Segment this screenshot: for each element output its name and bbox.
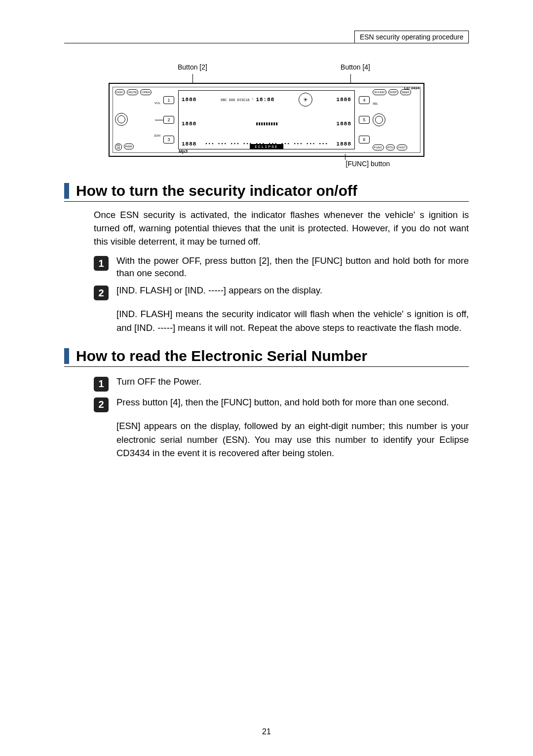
section-2-step-2: 2 Press button [4], then the [FUNC] butt… (94, 396, 469, 412)
disp-button: DISP (388, 89, 398, 95)
step-text: With the power OFF, press button [2], th… (116, 255, 469, 280)
section-1-header: How to turn the security indicator on/of… (64, 182, 469, 202)
radio-diagram: Button [2] Button [4] CD 3434 DISC MUTE … (109, 63, 424, 168)
open-button: OPEN (140, 89, 152, 95)
callout-button-4: Button [4] (341, 63, 370, 71)
func-button: FUNC (373, 144, 384, 150)
section-1-intro: Once ESN security is activated, the indi… (94, 209, 469, 248)
section-2-header: How to read the Electronic Serial Number (64, 348, 469, 367)
preset-1: 1 (163, 96, 174, 104)
sound-button: SOUND (373, 89, 386, 95)
mp3-label: Mp3 (179, 149, 188, 154)
left-knob (115, 113, 128, 126)
disc-button: DISC (115, 89, 125, 95)
esn-label: ESN (115, 134, 160, 137)
section-2-note: [ESN] appears on the display, followed b… (116, 419, 469, 460)
lcd-seg-3b: 1888 (337, 141, 351, 147)
step-badge: 1 (94, 256, 109, 271)
preset-6: 6 (359, 136, 370, 144)
lcd-seg-3a: 1888 (182, 141, 196, 147)
brand-label: ECLIPSE (250, 144, 283, 149)
section-1-step-1: 1 With the power OFF, press button [2], … (94, 255, 469, 280)
section-2-step-1: 1 Turn OFF the Power. (94, 376, 469, 392)
step-badge: 2 (94, 397, 109, 412)
section-1-note: [IND. FLASH] means the security indicato… (116, 307, 469, 335)
step-text: Turn OFF the Power. (116, 376, 469, 388)
step-badge: 1 (94, 377, 109, 392)
seek-button: SEEK (400, 89, 411, 95)
lcd-seg-1b: 1888 (337, 97, 351, 103)
callout-button-2: Button [2] (178, 63, 207, 71)
section-1-title: How to turn the security indicator on/of… (76, 182, 357, 199)
fm-am-button: FMAM (115, 144, 122, 150)
fast-button: FAST (397, 144, 407, 150)
vol-label: VOL (115, 102, 160, 105)
preset-2: 2 (163, 116, 174, 124)
section-1-step-2: 2 [IND. FLASH] or [IND. -----] appears o… (94, 285, 469, 300)
preset-4: 4 (359, 96, 370, 104)
section-bar-icon (64, 348, 69, 364)
preset-5: 5 (359, 116, 370, 124)
lcd-seg-2b: 1888 (337, 121, 351, 127)
callout-func: [FUNC] button (346, 160, 390, 168)
page-number: 21 (0, 727, 533, 736)
breadcrumb: ESN security operating procedure (354, 31, 469, 43)
section-bar-icon (64, 183, 69, 199)
step-badge: 2 (94, 286, 109, 300)
step-text: Press button [4], then the [FUNC] button… (116, 396, 469, 409)
sun-icon: ☀ (299, 93, 312, 107)
mute-button: MUTE (127, 89, 138, 95)
preset-3: 3 (163, 136, 174, 144)
right-knob (373, 113, 385, 126)
preset-col-right: 4 5 6 (358, 87, 371, 152)
lcd-blocks: ▮▮▮▮▮▮▮▮▮ (255, 121, 277, 127)
page-header: ESN security operating procedure (64, 30, 469, 43)
lcd-seg-2a: 1888 (182, 121, 196, 127)
section-2-title: How to read the Electronic Serial Number (76, 348, 367, 364)
preset-col-left: 1 2 3 (162, 87, 175, 152)
rtn-button: RTN (386, 144, 395, 150)
step-text: [IND. FLASH] or [IND. -----] appears on … (116, 285, 469, 297)
lcd-seg-1a: 1888 (182, 97, 196, 103)
sel-label: SEL (373, 102, 418, 105)
lcd-display: 1888 SRC 888 DISC18 ° 18:88 ☀ 1888 1888 … (178, 90, 355, 149)
right-panel: SOUND DISP SEEK SEL FUNC RTN FAST (371, 87, 420, 152)
pwr-button: PWR (124, 144, 134, 149)
